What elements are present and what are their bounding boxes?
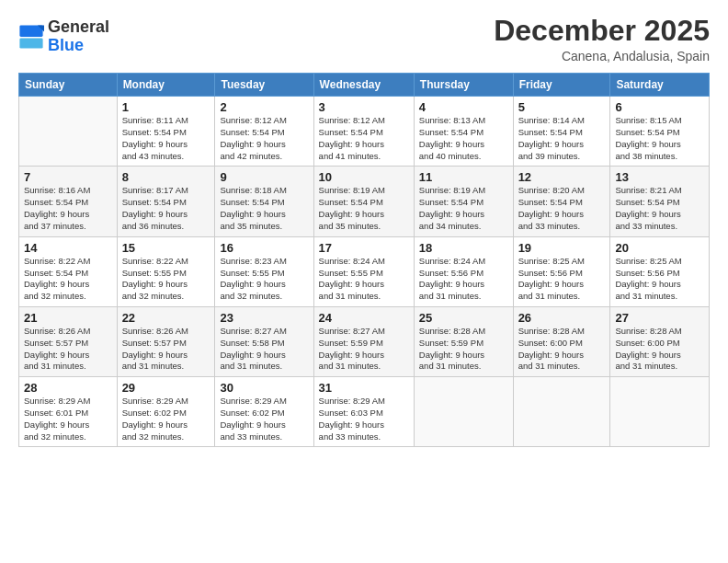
- day-number: 31: [319, 381, 409, 395]
- day-info: Sunrise: 8:29 AMSunset: 6:03 PMDaylight:…: [319, 396, 409, 442]
- day-number: 1: [122, 100, 210, 114]
- day-info: Sunrise: 8:28 AMSunset: 5:59 PMDaylight:…: [419, 326, 508, 373]
- day-info: Sunrise: 8:22 AMSunset: 5:54 PMDaylight:…: [24, 256, 112, 303]
- day-number: 12: [518, 170, 606, 184]
- day-number: 22: [122, 311, 210, 325]
- logo-text: General Blue: [48, 18, 109, 55]
- day-info: Sunrise: 8:19 AMSunset: 5:54 PMDaylight:…: [419, 185, 508, 232]
- calendar-cell: 30Sunrise: 8:29 AMSunset: 6:02 PMDayligh…: [215, 377, 313, 447]
- calendar-header-thursday: Thursday: [414, 74, 513, 97]
- calendar-cell: [513, 377, 610, 447]
- calendar-week-row: 28Sunrise: 8:29 AMSunset: 6:01 PMDayligh…: [19, 377, 710, 447]
- calendar-header-sunday: Sunday: [19, 74, 118, 97]
- svg-rect-0: [19, 25, 42, 37]
- calendar-cell: 10Sunrise: 8:19 AMSunset: 5:54 PMDayligh…: [313, 167, 414, 236]
- calendar-cell: 5Sunrise: 8:14 AMSunset: 5:54 PMDaylight…: [513, 97, 610, 167]
- day-info: Sunrise: 8:17 AMSunset: 5:54 PMDaylight:…: [122, 185, 210, 232]
- day-info: Sunrise: 8:25 AMSunset: 5:56 PMDaylight:…: [615, 256, 704, 303]
- calendar-cell: 27Sunrise: 8:28 AMSunset: 6:00 PMDayligh…: [610, 306, 710, 376]
- day-info: Sunrise: 8:22 AMSunset: 5:55 PMDaylight:…: [122, 256, 210, 303]
- day-number: 25: [419, 311, 508, 325]
- calendar-cell: 8Sunrise: 8:17 AMSunset: 5:54 PMDaylight…: [117, 167, 215, 236]
- calendar-header-wednesday: Wednesday: [313, 74, 414, 97]
- calendar-cell: 15Sunrise: 8:22 AMSunset: 5:55 PMDayligh…: [117, 236, 215, 306]
- page-container: General Blue December 2025 Canena, Andal…: [0, 0, 728, 456]
- day-info: Sunrise: 8:12 AMSunset: 5:54 PMDaylight:…: [220, 115, 308, 162]
- day-info: Sunrise: 8:24 AMSunset: 5:56 PMDaylight:…: [419, 256, 508, 303]
- day-info: Sunrise: 8:18 AMSunset: 5:54 PMDaylight:…: [220, 185, 308, 232]
- calendar-cell: 31Sunrise: 8:29 AMSunset: 6:03 PMDayligh…: [313, 377, 414, 447]
- logo-icon: [18, 24, 44, 50]
- title-block: December 2025 Canena, Andalusia, Spain: [494, 15, 710, 63]
- day-number: 2: [220, 100, 308, 114]
- day-info: Sunrise: 8:14 AMSunset: 5:54 PMDaylight:…: [518, 115, 606, 162]
- day-number: 13: [615, 170, 704, 184]
- calendar-cell: 19Sunrise: 8:25 AMSunset: 5:56 PMDayligh…: [513, 236, 610, 306]
- calendar-cell: [19, 97, 118, 167]
- day-number: 24: [319, 311, 409, 325]
- day-info: Sunrise: 8:13 AMSunset: 5:54 PMDaylight:…: [419, 115, 508, 162]
- day-info: Sunrise: 8:15 AMSunset: 5:54 PMDaylight:…: [615, 115, 704, 162]
- day-number: 26: [518, 311, 606, 325]
- calendar-cell: 13Sunrise: 8:21 AMSunset: 5:54 PMDayligh…: [610, 167, 710, 236]
- calendar-week-row: 1Sunrise: 8:11 AMSunset: 5:54 PMDaylight…: [19, 97, 710, 167]
- day-number: 8: [122, 170, 210, 184]
- day-number: 20: [615, 241, 704, 255]
- calendar-cell: 18Sunrise: 8:24 AMSunset: 5:56 PMDayligh…: [414, 236, 513, 306]
- day-number: 11: [419, 170, 508, 184]
- calendar-cell: 7Sunrise: 8:16 AMSunset: 5:54 PMDaylight…: [19, 167, 118, 236]
- day-info: Sunrise: 8:27 AMSunset: 5:59 PMDaylight:…: [319, 326, 409, 373]
- calendar-cell: 24Sunrise: 8:27 AMSunset: 5:59 PMDayligh…: [313, 306, 414, 376]
- calendar-table: SundayMondayTuesdayWednesdayThursdayFrid…: [18, 73, 710, 447]
- calendar-cell: 17Sunrise: 8:24 AMSunset: 5:55 PMDayligh…: [313, 236, 414, 306]
- calendar-header-tuesday: Tuesday: [215, 74, 313, 97]
- calendar-cell: 22Sunrise: 8:26 AMSunset: 5:57 PMDayligh…: [117, 306, 215, 376]
- calendar-cell: 6Sunrise: 8:15 AMSunset: 5:54 PMDaylight…: [610, 97, 710, 167]
- svg-rect-1: [19, 38, 42, 48]
- day-number: 9: [220, 170, 308, 184]
- calendar-cell: 11Sunrise: 8:19 AMSunset: 5:54 PMDayligh…: [414, 167, 513, 236]
- calendar-header-monday: Monday: [117, 74, 215, 97]
- day-number: 6: [615, 100, 704, 114]
- day-info: Sunrise: 8:29 AMSunset: 6:01 PMDaylight:…: [24, 396, 112, 442]
- day-info: Sunrise: 8:11 AMSunset: 5:54 PMDaylight:…: [122, 115, 210, 162]
- calendar-cell: 26Sunrise: 8:28 AMSunset: 6:00 PMDayligh…: [513, 306, 610, 376]
- calendar-header-friday: Friday: [513, 74, 610, 97]
- day-info: Sunrise: 8:29 AMSunset: 6:02 PMDaylight:…: [220, 396, 308, 442]
- calendar-cell: 25Sunrise: 8:28 AMSunset: 5:59 PMDayligh…: [414, 306, 513, 376]
- location: Canena, Andalusia, Spain: [494, 49, 710, 63]
- day-number: 28: [24, 381, 112, 395]
- day-number: 17: [319, 241, 409, 255]
- day-number: 23: [220, 311, 308, 325]
- logo: General Blue: [18, 18, 109, 55]
- calendar-cell: [610, 377, 710, 447]
- day-info: Sunrise: 8:19 AMSunset: 5:54 PMDaylight:…: [319, 185, 409, 232]
- calendar-cell: 16Sunrise: 8:23 AMSunset: 5:55 PMDayligh…: [215, 236, 313, 306]
- day-number: 7: [24, 170, 112, 184]
- calendar-cell: 12Sunrise: 8:20 AMSunset: 5:54 PMDayligh…: [513, 167, 610, 236]
- day-info: Sunrise: 8:20 AMSunset: 5:54 PMDaylight:…: [518, 185, 606, 232]
- day-info: Sunrise: 8:26 AMSunset: 5:57 PMDaylight:…: [24, 326, 112, 373]
- day-info: Sunrise: 8:24 AMSunset: 5:55 PMDaylight:…: [319, 256, 409, 303]
- calendar-cell: 28Sunrise: 8:29 AMSunset: 6:01 PMDayligh…: [19, 377, 118, 447]
- calendar-cell: 14Sunrise: 8:22 AMSunset: 5:54 PMDayligh…: [19, 236, 118, 306]
- calendar-cell: 23Sunrise: 8:27 AMSunset: 5:58 PMDayligh…: [215, 306, 313, 376]
- day-info: Sunrise: 8:29 AMSunset: 6:02 PMDaylight:…: [122, 396, 210, 442]
- day-info: Sunrise: 8:27 AMSunset: 5:58 PMDaylight:…: [220, 326, 308, 373]
- calendar-header-saturday: Saturday: [610, 74, 710, 97]
- day-number: 4: [419, 100, 508, 114]
- calendar-cell: 21Sunrise: 8:26 AMSunset: 5:57 PMDayligh…: [19, 306, 118, 376]
- calendar-cell: 2Sunrise: 8:12 AMSunset: 5:54 PMDaylight…: [215, 97, 313, 167]
- day-number: 19: [518, 241, 606, 255]
- day-info: Sunrise: 8:16 AMSunset: 5:54 PMDaylight:…: [24, 185, 112, 232]
- calendar-week-row: 7Sunrise: 8:16 AMSunset: 5:54 PMDaylight…: [19, 167, 710, 236]
- day-number: 15: [122, 241, 210, 255]
- day-info: Sunrise: 8:23 AMSunset: 5:55 PMDaylight:…: [220, 256, 308, 303]
- day-info: Sunrise: 8:28 AMSunset: 6:00 PMDaylight:…: [518, 326, 606, 373]
- calendar-cell: 1Sunrise: 8:11 AMSunset: 5:54 PMDaylight…: [117, 97, 215, 167]
- day-number: 21: [24, 311, 112, 325]
- month-title: December 2025: [494, 15, 710, 47]
- header: General Blue December 2025 Canena, Andal…: [18, 15, 710, 63]
- day-number: 14: [24, 241, 112, 255]
- calendar-header-row: SundayMondayTuesdayWednesdayThursdayFrid…: [19, 74, 710, 97]
